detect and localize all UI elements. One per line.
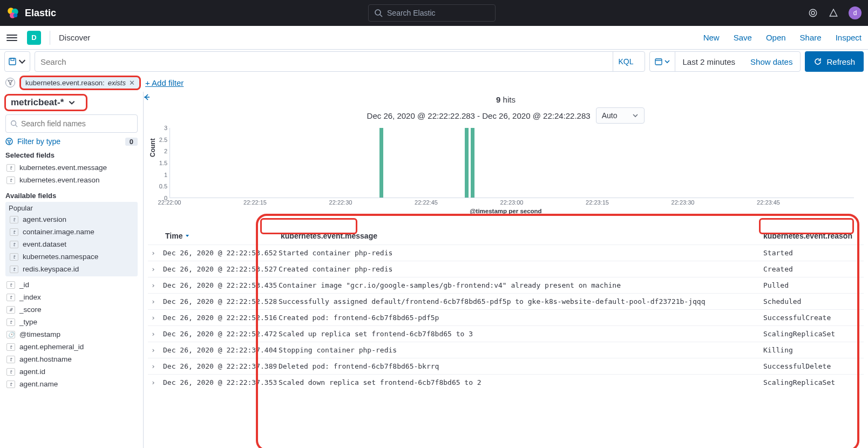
field-name: agent.hostname (19, 355, 72, 363)
expand-row-icon[interactable]: › (151, 265, 163, 273)
fields-sidebar: metricbeat-* Filter by type 0 Selected f… (0, 92, 144, 448)
svg-point-12 (11, 121, 16, 126)
filter-by-type[interactable]: Filter by type 0 (5, 137, 138, 146)
global-search-input[interactable]: Search Elastic (368, 4, 496, 22)
field-item[interactable]: tkubernetes.namespace (9, 250, 134, 263)
field-item[interactable]: t_type (5, 316, 138, 328)
user-avatar[interactable]: d (849, 6, 862, 19)
app-header: D Discover New Save Open Share Inspect (0, 26, 868, 50)
expand-row-icon[interactable]: › (151, 314, 163, 322)
ytick: 3 (164, 125, 167, 131)
table-row[interactable]: › Dec 26, 2020 @ 22:22:37.353 Scaled dow… (148, 374, 864, 390)
field-item[interactable]: tredis.keyspace.id (9, 263, 134, 275)
expand-row-icon[interactable]: › (151, 378, 163, 386)
refresh-button[interactable]: Refresh (805, 51, 864, 72)
histogram-interval-select[interactable]: Auto (596, 107, 645, 124)
table-row[interactable]: › Dec 26, 2020 @ 22:22:53.435 Container … (148, 277, 864, 293)
expand-row-icon[interactable]: › (151, 249, 163, 257)
cell-time: Dec 26, 2020 @ 22:22:52.516 (163, 314, 276, 322)
space-badge[interactable]: D (27, 31, 41, 45)
logo-group[interactable]: Elastic (6, 6, 56, 19)
svg-line-5 (380, 15, 382, 17)
expand-row-icon[interactable]: › (151, 346, 163, 354)
query-bar: KQL Last 2 minutes Show dates Refresh (0, 50, 868, 73)
discover-search-input[interactable] (40, 57, 613, 66)
collapse-sidebar-icon[interactable] (144, 93, 151, 103)
field-name: agent.id (19, 368, 45, 376)
field-item[interactable]: tagent.version (9, 213, 134, 226)
expand-row-icon[interactable]: › (151, 362, 163, 370)
field-item[interactable]: tcontainer.image.name (9, 226, 134, 238)
field-name: _score (19, 306, 42, 314)
table-row[interactable]: › Dec 26, 2020 @ 22:22:52.516 Created po… (148, 309, 864, 325)
filter-options-icon[interactable] (5, 78, 15, 87)
field-item[interactable]: tagent.id (5, 365, 138, 378)
histogram-bar[interactable] (379, 128, 383, 198)
add-filter-button[interactable]: + Add filter (145, 78, 184, 87)
field-item[interactable]: 🕑@timestamp (5, 328, 138, 341)
cell-time: Dec 26, 2020 @ 22:22:52.528 (163, 297, 276, 306)
kql-toggle[interactable]: KQL (613, 52, 639, 71)
filter-type-count: 0 (125, 138, 138, 146)
svg-point-6 (811, 11, 815, 15)
svg-point-14 (6, 138, 12, 145)
new-button[interactable]: New (703, 33, 720, 42)
chevron-down-icon (18, 57, 26, 66)
header-right-icons: d (808, 6, 862, 19)
nav-toggle-icon[interactable] (6, 35, 17, 41)
search-input-wrap: KQL (35, 51, 645, 72)
time-range-text: Dec 26, 2020 @ 22:22:22.283 - Dec 26, 20… (367, 111, 591, 120)
field-item[interactable]: tagent.ephemeral_id (5, 341, 138, 353)
expand-row-icon[interactable]: › (151, 281, 163, 289)
table-row[interactable]: › Dec 26, 2020 @ 22:22:52.528 Successful… (148, 293, 864, 309)
ytick: 2 (164, 148, 167, 154)
table-row[interactable]: › Dec 26, 2020 @ 22:22:37.389 Deleted po… (148, 358, 864, 374)
open-button[interactable]: Open (766, 33, 786, 42)
field-search-input[interactable] (5, 114, 138, 133)
table-row[interactable]: › Dec 26, 2020 @ 22:22:53.652 Started co… (148, 245, 864, 261)
field-name: agent.ephemeral_id (19, 343, 84, 351)
svg-point-3 (13, 13, 18, 18)
field-type-icon: t (10, 216, 18, 223)
field-item[interactable]: t_index (5, 291, 138, 303)
share-button[interactable]: Share (800, 33, 822, 42)
field-item[interactable]: t_id (5, 279, 138, 291)
calendar-button[interactable] (650, 52, 675, 71)
field-name-input[interactable] (21, 119, 133, 128)
chevron-down-icon (632, 112, 639, 119)
table-row[interactable]: › Dec 26, 2020 @ 22:22:53.527 Created co… (148, 261, 864, 277)
table-row[interactable]: › Dec 26, 2020 @ 22:22:52.472 Scaled up … (148, 325, 864, 342)
help-icon[interactable] (828, 8, 839, 18)
close-icon[interactable]: ✕ (129, 79, 135, 87)
field-type-icon: 🕑 (6, 331, 15, 338)
field-item[interactable]: #_score (5, 303, 138, 316)
save-button[interactable]: Save (734, 33, 752, 42)
index-pattern-selector[interactable]: metricbeat-* (5, 95, 86, 110)
histogram-bar[interactable] (465, 128, 469, 198)
cell-reason: Killing (763, 346, 860, 354)
column-message[interactable]: kubernetes.event.message (281, 232, 763, 240)
expand-row-icon[interactable]: › (151, 297, 163, 306)
inspect-button[interactable]: Inspect (836, 33, 862, 42)
cell-time: Dec 26, 2020 @ 22:22:52.472 (163, 330, 276, 338)
calendar-icon (654, 57, 663, 66)
expand-row-icon[interactable]: › (151, 330, 163, 338)
field-item[interactable]: tkubernetes.event.reason (5, 174, 138, 186)
field-item[interactable]: tevent.dataset (9, 238, 134, 250)
documents-table: Time kubernetes.event.message kubernetes… (148, 227, 864, 390)
field-item[interactable]: tagent.hostname (5, 353, 138, 365)
show-dates-button[interactable]: Show dates (743, 57, 800, 66)
filter-pill-kubernetes-event-reason[interactable]: kubernetes.event.reason: exists ✕ (21, 77, 140, 89)
newsfeed-icon[interactable] (808, 8, 818, 18)
column-reason[interactable]: kubernetes.event.reason (763, 232, 860, 240)
divider (50, 31, 50, 45)
cell-time: Dec 26, 2020 @ 22:22:53.527 (163, 265, 276, 273)
table-row[interactable]: › Dec 26, 2020 @ 22:22:37.404 Stopping c… (148, 342, 864, 358)
field-item[interactable]: tagent.name (5, 378, 138, 390)
column-time[interactable]: Time (165, 232, 279, 240)
saved-queries-button[interactable] (4, 51, 30, 72)
field-item[interactable]: tkubernetes.event.message (5, 161, 138, 174)
date-picker[interactable]: Last 2 minutes Show dates (649, 51, 801, 72)
histogram-bar[interactable] (471, 128, 474, 198)
histogram-chart[interactable]: Count 00.511.522.53 22:22:0022:22:1522:2… (151, 127, 860, 213)
